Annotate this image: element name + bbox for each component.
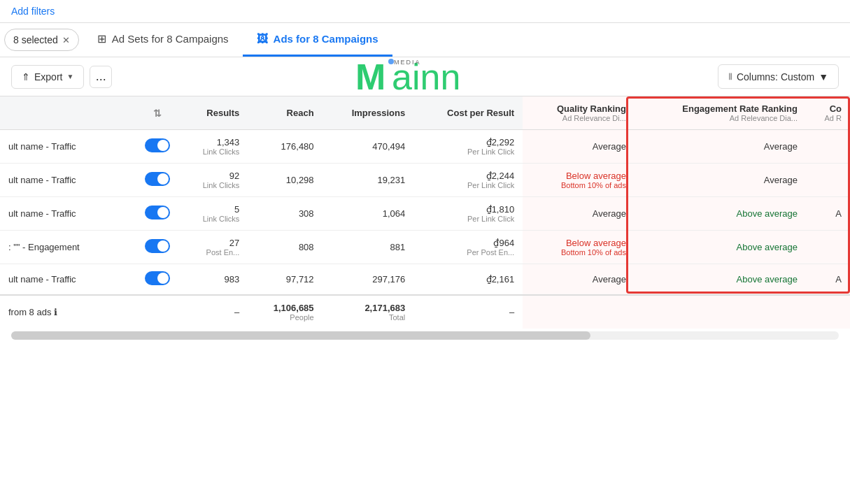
row-toggle[interactable] bbox=[136, 164, 178, 197]
close-icon[interactable]: ✕ bbox=[62, 35, 70, 45]
row-quality-ranking: Average bbox=[523, 130, 635, 164]
row-cost: ₫2,292Per Link Click bbox=[413, 130, 523, 164]
row-quality-ranking: Average bbox=[523, 197, 635, 231]
col-header-reach: Reach bbox=[248, 96, 322, 130]
toggle-switch[interactable] bbox=[145, 206, 170, 219]
footer-col8 bbox=[806, 295, 850, 329]
toolbar: ⇑ Export ▼ ... M ainn MEDIA ⫴ Columns: C… bbox=[0, 57, 850, 96]
export-button[interactable]: ⇑ Export ▼ bbox=[11, 65, 84, 89]
toggle-switch[interactable] bbox=[145, 271, 170, 285]
row-reach: 10,298 bbox=[248, 164, 322, 197]
row-toggle[interactable] bbox=[136, 197, 178, 231]
row-results: 92Link Clicks bbox=[178, 164, 248, 197]
toggle-switch[interactable] bbox=[145, 172, 170, 186]
export-label: Export bbox=[34, 71, 62, 82]
selected-count: 8 selected bbox=[13, 34, 58, 45]
row-results: 1,343Link Clicks bbox=[178, 130, 248, 164]
add-filters-link[interactable]: Add filters bbox=[11, 6, 55, 17]
row-impressions: 19,231 bbox=[323, 164, 414, 197]
columns-label: Columns: Custom bbox=[737, 71, 814, 82]
row-name: ult name - Traffic bbox=[0, 264, 136, 296]
row-results: 27Post En... bbox=[178, 231, 248, 264]
row-reach: 808 bbox=[248, 231, 322, 264]
more-options-button[interactable]: ... bbox=[90, 66, 112, 88]
svg-text:MEDIA: MEDIA bbox=[394, 59, 421, 66]
logo: M ainn MEDIA bbox=[355, 56, 495, 97]
row-toggle[interactable] bbox=[136, 231, 178, 264]
footer-label: from 8 ads ℹ bbox=[0, 295, 178, 329]
col-header-cost-per-result: Cost per Result bbox=[413, 96, 523, 130]
row-cost: ₫2,161 bbox=[413, 264, 523, 296]
toggle-switch[interactable] bbox=[145, 138, 170, 152]
row-col8: A bbox=[806, 264, 850, 296]
table-wrapper: ⇅ Results Reach Impressions Cost per Res… bbox=[0, 96, 850, 329]
row-name: ult name - Traffic bbox=[0, 197, 136, 231]
tab-ads[interactable]: 🖼 Ads for 8 Campaigns bbox=[243, 23, 392, 57]
row-impressions: 470,494 bbox=[323, 130, 414, 164]
row-reach: 176,480 bbox=[248, 130, 322, 164]
toggle-switch[interactable] bbox=[145, 239, 170, 253]
row-impressions: 1,064 bbox=[323, 197, 414, 231]
row-results: 5Link Clicks bbox=[178, 197, 248, 231]
tab-ads-label: Ads for 8 Campaigns bbox=[274, 33, 378, 45]
table-row: ult name - Traffic1,343Link Clicks176,48… bbox=[0, 130, 850, 164]
ads-table: ⇅ Results Reach Impressions Cost per Res… bbox=[0, 96, 850, 329]
row-engagement-rate-ranking: Above average bbox=[635, 197, 806, 231]
row-engagement-rate-ranking: Average bbox=[635, 164, 806, 197]
col-header-engagement-rate-ranking: Engagement Rate Ranking Ad Relevance Dia… bbox=[635, 96, 806, 130]
logo-svg: M ainn MEDIA bbox=[355, 56, 495, 94]
col-header-quality-ranking: Quality Ranking Ad Relevance Di... bbox=[523, 96, 635, 130]
footer-reach: 1,106,685 People bbox=[248, 295, 322, 329]
row-name: ult name - Traffic bbox=[0, 164, 136, 197]
row-engagement-rate-ranking: Average bbox=[635, 130, 806, 164]
row-reach: 97,712 bbox=[248, 264, 322, 296]
columns-chevron-icon: ▼ bbox=[819, 71, 828, 82]
col-header-col8: Co Ad R bbox=[806, 96, 850, 130]
selected-tab[interactable]: 8 selected ✕ bbox=[4, 29, 79, 51]
image-icon: 🖼 bbox=[257, 33, 268, 45]
row-col8: A bbox=[806, 197, 850, 231]
row-cost: ₫2,244Per Link Click bbox=[413, 164, 523, 197]
svg-point-3 bbox=[388, 59, 394, 64]
footer-cost: – bbox=[413, 295, 523, 329]
quality-sub-label: Ad Relevance Di... bbox=[531, 114, 626, 122]
columns-button[interactable]: ⫴ Columns: Custom ▼ bbox=[718, 64, 839, 89]
table-row: ult name - Traffic5Link Clicks3081,064₫1… bbox=[0, 197, 850, 231]
filter-bar: Add filters bbox=[0, 0, 850, 23]
col-header-results: Results bbox=[178, 96, 248, 130]
row-quality-ranking: Below averageBottom 10% of ads bbox=[523, 164, 635, 197]
svg-text:M: M bbox=[355, 57, 385, 94]
scrollbar-track[interactable] bbox=[11, 331, 839, 340]
row-col8 bbox=[806, 164, 850, 197]
columns-icon: ⫴ bbox=[728, 71, 732, 82]
row-name: : "" - Engagement bbox=[0, 231, 136, 264]
table-row: : "" - Engagement27Post En...808881₫964P… bbox=[0, 231, 850, 264]
export-icon: ⇑ bbox=[22, 71, 30, 82]
table-row: ult name - Traffic98397,712297,176₫2,161… bbox=[0, 264, 850, 296]
sort-icon: ⇅ bbox=[153, 108, 162, 119]
ellipsis-icon: ... bbox=[96, 69, 106, 84]
row-toggle[interactable] bbox=[136, 130, 178, 164]
row-engagement-rate-ranking: Above average bbox=[635, 231, 806, 264]
row-toggle[interactable] bbox=[136, 264, 178, 296]
row-col8 bbox=[806, 231, 850, 264]
footer-impressions: 2,171,683 Total bbox=[323, 295, 414, 329]
row-cost: ₫964Per Post En... bbox=[413, 231, 523, 264]
engagement-sub-label: Ad Relevance Dia... bbox=[643, 114, 798, 122]
row-impressions: 297,176 bbox=[323, 264, 414, 296]
row-reach: 308 bbox=[248, 197, 322, 231]
col8-sub-label: Ad R bbox=[814, 114, 842, 122]
tab-ad-sets[interactable]: ⊞ Ad Sets for 8 Campaigns bbox=[83, 23, 243, 57]
scrollbar-thumb[interactable] bbox=[11, 331, 590, 340]
footer-quality bbox=[523, 295, 635, 329]
row-quality-ranking: Below averageBottom 10% of ads bbox=[523, 231, 635, 264]
footer-engagement bbox=[635, 295, 806, 329]
tab-ad-sets-label: Ad Sets for 8 Campaigns bbox=[112, 33, 229, 45]
row-results: 983 bbox=[178, 264, 248, 296]
col-header-sort[interactable]: ⇅ bbox=[136, 96, 178, 130]
row-quality-ranking: Average bbox=[523, 264, 635, 296]
grid-icon: ⊞ bbox=[97, 32, 106, 45]
chevron-down-icon: ▼ bbox=[66, 73, 73, 80]
row-name: ult name - Traffic bbox=[0, 130, 136, 164]
col-header-name bbox=[0, 96, 136, 130]
